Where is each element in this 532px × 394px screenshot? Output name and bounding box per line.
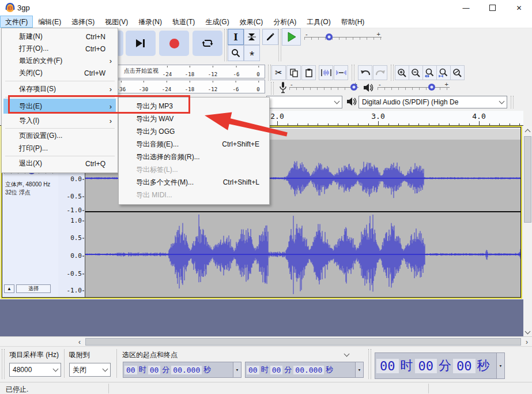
play-speed-slider[interactable]: - + — [304, 32, 382, 41]
slider-thumb[interactable] — [350, 84, 357, 91]
recording-volume-slider[interactable]: - + — [289, 82, 359, 91]
zoom-in-button[interactable] — [395, 65, 409, 80]
menu-item-export-ogg[interactable]: 导出为 OGG — [120, 125, 267, 138]
minutes-value[interactable]: 00 — [415, 359, 437, 373]
menu-item-export[interactable]: 导出(E)› — [3, 99, 116, 114]
menu-analyze[interactable]: 分析(A) — [268, 16, 301, 28]
toolbar-grip[interactable] — [224, 29, 227, 61]
seconds-value[interactable]: 00 — [453, 359, 476, 373]
time-format-dropdown[interactable]: ▾ — [233, 362, 241, 377]
paste-button[interactable] — [301, 65, 316, 80]
time-format-dropdown[interactable]: ▾ — [496, 353, 504, 378]
record-button[interactable] — [159, 31, 189, 56]
transport-button-partial[interactable] — [118, 31, 123, 56]
zoom-toggle-button[interactable] — [450, 65, 465, 80]
maximize-button[interactable] — [480, 0, 505, 16]
menu-item-export-audio[interactable]: 导出音频(E)...Ctrl+Shift+E — [120, 138, 267, 151]
toolbar-grip[interactable] — [352, 65, 354, 81]
menu-item-export-selected-audio[interactable]: 导出选择的音频(R)... — [120, 151, 267, 163]
toolbar-grip[interactable] — [2, 349, 5, 379]
envelope-tool-button[interactable] — [244, 29, 260, 45]
collapse-track-button[interactable]: ▲ — [4, 284, 14, 293]
menu-transport[interactable]: 播录(N) — [133, 16, 167, 28]
audio-position-field[interactable]: 00 时 00 分 00 秒 ▾ — [375, 352, 505, 379]
menu-item-export-multiple[interactable]: 导出多个文件(M)...Ctrl+Shift+L — [120, 176, 267, 189]
menu-item-save-project[interactable]: 保存项目(S)› — [3, 83, 116, 95]
minutes-unit: 分 — [284, 365, 292, 375]
project-rate-select[interactable]: 48000 — [9, 363, 61, 377]
toolbar-grip[interactable] — [268, 65, 271, 81]
vertical-scroll-thumb[interactable] — [524, 136, 531, 223]
minimize-button[interactable]: — — [453, 0, 479, 16]
menu-edit[interactable]: 编辑(E) — [33, 16, 66, 28]
vertical-scrollbar[interactable] — [523, 126, 532, 336]
chevron-down-icon[interactable] — [344, 351, 350, 357]
zoom-out-button[interactable] — [409, 65, 423, 80]
scroll-left-button[interactable]: ‹ — [75, 337, 84, 346]
toolbar-grip[interactable] — [368, 349, 371, 379]
trim-audio-button[interactable] — [319, 65, 333, 80]
menu-file[interactable]: 文件(F) — [0, 16, 33, 28]
copy-button[interactable] — [286, 65, 301, 80]
play-at-speed-button[interactable] — [282, 28, 301, 46]
skip-to-end-button[interactable] — [126, 31, 156, 56]
menu-item-recent-files[interactable]: 最近的文件(F)› — [3, 55, 116, 67]
scroll-right-button[interactable]: › — [522, 337, 531, 346]
snap-to-select[interactable]: 关闭 — [69, 363, 111, 377]
selection-start-field[interactable]: 00 时 00 分 00.000 秒 ▾ — [123, 362, 242, 378]
track-select-button[interactable]: 选择 — [16, 284, 51, 293]
zoom-selection-button[interactable] — [422, 65, 437, 80]
fit-project-button[interactable] — [436, 65, 451, 80]
menu-select[interactable]: 选择(S) — [66, 16, 100, 28]
hours-value[interactable]: 00 — [247, 366, 259, 374]
scroll-down-button[interactable] — [523, 327, 532, 336]
slider-thumb[interactable] — [428, 84, 435, 91]
playback-meter[interactable]: -36 -30 -24 -18 -12 -6 0 — [116, 80, 265, 93]
playback-volume-slider[interactable]: - + — [378, 82, 450, 91]
menu-tools[interactable]: 工具(O) — [301, 16, 335, 28]
undo-button[interactable] — [358, 65, 372, 80]
zoom-tool-button[interactable] — [228, 45, 244, 61]
toolbar-grip[interactable] — [391, 65, 394, 81]
menu-generate[interactable]: 生成(G) — [200, 16, 234, 28]
menu-effect[interactable]: 效果(C) — [235, 16, 269, 28]
selection-tool-button[interactable]: I — [228, 29, 244, 45]
scroll-up-button[interactable] — [523, 126, 532, 135]
cut-button[interactable]: ✂ — [271, 65, 286, 80]
seconds-value[interactable]: 00.000 — [171, 366, 202, 374]
menu-item-open[interactable]: 打开(O)...Ctrl+O — [3, 43, 116, 55]
menu-item-close[interactable]: 关闭(C)Ctrl+W — [3, 67, 116, 79]
menu-help[interactable]: 帮助(H) — [336, 16, 370, 28]
menu-item-page-setup[interactable]: 页面设置(G)... — [3, 130, 116, 142]
hours-value[interactable]: 00 — [376, 359, 399, 373]
toolbar-grip[interactable] — [278, 29, 281, 61]
toolbar-grip[interactable] — [511, 96, 514, 108]
close-button[interactable]: ✕ — [506, 0, 532, 16]
recording-meter[interactable]: 点击开始监视 -24 -18 -12 -6 0 — [116, 65, 265, 78]
selection-end-field[interactable]: 00 时 00 分 00.000 秒 ▾ — [245, 362, 364, 378]
horizontal-scroll-thumb[interactable] — [85, 338, 521, 346]
hours-value[interactable]: 00 — [124, 366, 137, 374]
draw-tool-button[interactable] — [262, 29, 278, 45]
menu-item-print[interactable]: 打印(P)... — [3, 142, 116, 155]
playback-device-select[interactable]: Digital Audio (S/PDIF) (High De — [359, 96, 507, 108]
seconds-value[interactable]: 00.000 — [293, 366, 324, 374]
menu-item-exit[interactable]: 退出(X)Ctrl+Q — [3, 157, 116, 170]
menu-item-export-mp3[interactable]: 导出为 MP3 — [120, 100, 267, 112]
menu-tracks[interactable]: 轨道(T) — [167, 16, 200, 28]
time-format-dropdown[interactable]: ▾ — [355, 362, 363, 377]
minutes-value[interactable]: 00 — [270, 366, 283, 374]
toolbar-grip[interactable] — [271, 82, 274, 95]
menu-item-import[interactable]: 导入(I)› — [3, 115, 116, 127]
menu-item-new[interactable]: 新建(N)Ctrl+N — [3, 31, 116, 43]
redo-button[interactable] — [373, 65, 387, 80]
silence-audio-button[interactable] — [334, 65, 348, 80]
recording-device-select[interactable] — [266, 96, 342, 108]
menu-item-export-wav[interactable]: 导出为 WAV — [120, 112, 267, 125]
multi-tool-button[interactable]: * — [244, 45, 260, 61]
loop-button[interactable] — [193, 31, 222, 56]
menu-view[interactable]: 视图(V) — [100, 16, 133, 28]
slider-thumb[interactable] — [326, 33, 333, 40]
horizontal-scrollbar[interactable]: ‹ › — [0, 336, 532, 346]
minutes-value[interactable]: 00 — [148, 366, 161, 374]
